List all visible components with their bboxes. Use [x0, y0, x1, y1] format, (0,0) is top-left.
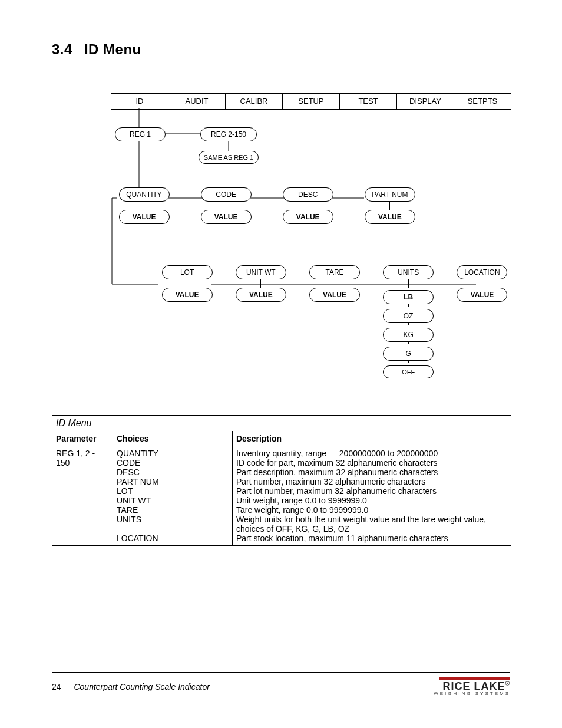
choice-lot: LOT — [117, 486, 229, 496]
node-desc: DESC — [283, 187, 333, 202]
logo-accent — [439, 677, 510, 680]
page-footer: 24 Counterpart Counting Scale Indicator … — [52, 672, 510, 696]
section-number: 3.4 — [52, 41, 72, 57]
id-menu-table: ID Menu Parameter Choices Description RE… — [52, 415, 511, 546]
reg-row: REG 1 REG 2-150 SAME AS REG 1 — [111, 127, 511, 164]
desc-code: ID code for part, maximum 32 alphanumeri… — [236, 458, 507, 467]
node-partnum-value: VALUE — [365, 210, 415, 224]
desc-location: Part stock location, maximum 11 alphanum… — [236, 533, 507, 543]
row-b: LOT VALUE UNIT WT VALUE TARE VALUE UNITS — [158, 265, 511, 378]
node-location: LOCATION — [457, 265, 507, 279]
brand-logo: RICE LAKE® WEIGHING SYSTEMS — [434, 677, 510, 696]
table-title: ID Menu — [52, 416, 511, 431]
node-units-kg: KG — [383, 328, 434, 342]
desc-units: Weight units for both the unit weight va… — [236, 515, 507, 533]
desc-lot: Part lot number, maximum 32 alphanumeric… — [236, 486, 507, 496]
section-heading: 3.4ID Menu — [52, 41, 511, 58]
choice-units: UNITS — [117, 515, 229, 524]
node-unitwt: UNIT WT — [236, 265, 286, 279]
th-description: Description — [233, 431, 511, 446]
th-choices: Choices — [113, 431, 233, 446]
node-reg1: REG 1 — [115, 127, 166, 141]
menu-tab-id: ID — [111, 93, 168, 110]
node-units-g: G — [383, 347, 434, 361]
desc-partnum: Part number, maximum 32 alphanumeric cha… — [236, 477, 507, 486]
node-location-value: VALUE — [457, 288, 507, 302]
node-lot: LOT — [162, 265, 213, 279]
choice-unitwt: UNIT WT — [117, 496, 229, 505]
td-descriptions: Inventory quantity, range — 2000000000 t… — [233, 446, 511, 546]
menu-tab-calibr: CALIBR — [225, 93, 282, 110]
desc-quantity: Inventory quantity, range — 2000000000 t… — [236, 449, 507, 458]
th-parameter: Parameter — [52, 431, 113, 446]
choice-desc: DESC — [117, 467, 229, 477]
registered-icon: ® — [505, 680, 510, 687]
node-lot-value: VALUE — [162, 288, 213, 302]
menu-tab-setup: SETUP — [282, 93, 339, 110]
choice-quantity: QUANTITY — [117, 449, 229, 458]
node-units-off: OFF — [383, 365, 434, 378]
node-reg2-150: REG 2-150 — [200, 127, 257, 141]
node-partnum: PART NUM — [365, 187, 415, 202]
node-tare: TARE — [309, 265, 360, 279]
section-title-text: ID Menu — [84, 41, 141, 57]
doc-title: Counterpart Counting Scale Indicator — [74, 682, 209, 691]
node-desc-value: VALUE — [283, 210, 333, 224]
menu-diagram: ID AUDIT CALIBR SETUP TEST DISPLAY SETPT… — [111, 93, 511, 378]
td-parameter: REG 1, 2 - 150 — [52, 446, 113, 546]
page-number: 24 — [52, 682, 61, 691]
choice-tare: TARE — [117, 505, 229, 515]
row-a: QUANTITY VALUE CODE VALUE DESC VALUE PAR… — [111, 187, 511, 224]
node-units: UNITS — [383, 265, 434, 279]
choice-partnum: PART NUM — [117, 477, 229, 486]
choice-location: LOCATION — [117, 533, 229, 543]
desc-unitwt: Unit weight, range 0.0 to 9999999.0 — [236, 496, 507, 505]
brand-name: RICE LAKE — [443, 680, 505, 692]
node-code: CODE — [201, 187, 252, 202]
node-units-stack: UNITS LB OZ KG G OFF — [379, 265, 438, 378]
node-units-lb: LB — [383, 290, 434, 304]
td-choices: QUANTITY CODE DESC PART NUM LOT UNIT WT … — [113, 446, 233, 546]
brand-subtitle: WEIGHING SYSTEMS — [434, 691, 510, 696]
choice-code: CODE — [117, 458, 229, 467]
menu-tab-row: ID AUDIT CALIBR SETUP TEST DISPLAY SETPT… — [111, 93, 511, 110]
node-unitwt-value: VALUE — [236, 288, 286, 302]
menu-tab-display: DISPLAY — [396, 93, 454, 110]
node-same-as-reg1: SAME AS REG 1 — [199, 151, 259, 164]
menu-tab-test: TEST — [339, 93, 396, 110]
node-units-oz: OZ — [383, 309, 434, 323]
node-quantity: QUANTITY — [119, 187, 170, 202]
menu-tab-audit: AUDIT — [168, 93, 225, 110]
node-code-value: VALUE — [201, 210, 252, 224]
desc-desc: Part description, maximum 32 alphanumeri… — [236, 467, 507, 477]
node-quantity-value: VALUE — [119, 210, 170, 224]
desc-tare: Tare weight, range 0.0 to 9999999.0 — [236, 505, 507, 515]
node-tare-value: VALUE — [309, 288, 360, 302]
menu-tab-setpts: SETPTS — [454, 93, 511, 110]
